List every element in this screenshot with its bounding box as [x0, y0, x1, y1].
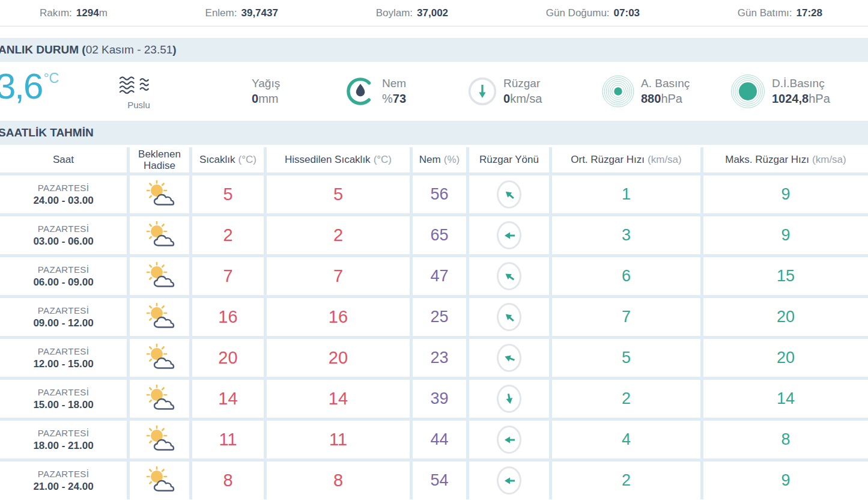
- wind-direction-ring: [497, 262, 521, 290]
- altitude-unit: m: [99, 7, 108, 19]
- max-wind-cell: 20: [703, 339, 868, 377]
- expected-condition-cell: [130, 339, 189, 377]
- longitude-value: 37,002: [417, 7, 448, 19]
- sunset-label: Gün Batımı:: [738, 7, 792, 19]
- expected-condition-cell: [130, 298, 189, 336]
- precipitation-metric: Yağış 0mm: [252, 62, 280, 121]
- wind-direction-cell: [469, 462, 549, 499]
- humidity-cell: 23: [413, 339, 466, 377]
- row-time: 09.00 - 12.00: [33, 317, 93, 329]
- feels-like-cell: 5: [267, 175, 410, 213]
- wind-direction-arrow: [503, 433, 516, 447]
- sun-cloud-icon: [144, 262, 175, 291]
- current-temperature: 3,6°C: [0, 69, 59, 105]
- longitude-label: Boylam:: [376, 7, 413, 19]
- feels-like-cell: 2: [267, 216, 410, 254]
- wind-direction-ring: [497, 221, 521, 249]
- forecast-time-cell: PAZARTESİ 21.00 - 24.00: [0, 462, 127, 499]
- humidity-cell: 47: [413, 257, 466, 295]
- wind-metric: Rüzgar 0km/sa: [468, 62, 542, 121]
- forecast-time-cell: PAZARTESİ 09.00 - 12.00: [0, 298, 127, 336]
- sea-pressure-rings-icon: [730, 74, 765, 109]
- sunrise-info: Gün Doğumu:07:03: [546, 7, 640, 19]
- station-info-bar: Rakım:1294m Enlem:39,7437 Boylam:37,002 …: [0, 0, 868, 26]
- expected-condition-cell: [130, 380, 189, 418]
- row-time: 21.00 - 24.00: [33, 481, 93, 493]
- row-day: PAZARTESİ: [38, 224, 90, 234]
- feels-like-cell: 14: [267, 380, 410, 418]
- sun-cloud-icon: [144, 385, 175, 413]
- expected-condition-cell: [130, 216, 189, 254]
- max-wind-cell: 8: [703, 421, 868, 459]
- temperature-unit: °C: [43, 70, 59, 86]
- row-day: PAZARTESİ: [38, 346, 90, 356]
- column-header-wind-direction: Rüzgar Yönü: [469, 147, 549, 172]
- latitude-value: 39,7437: [241, 7, 278, 19]
- sun-cloud-icon: [144, 303, 175, 332]
- feels-like-cell: 7: [267, 257, 410, 295]
- max-wind-cell: 14: [703, 380, 868, 418]
- actual-pressure-metric: A. Basınç 880hPa: [602, 62, 690, 121]
- humidity-metric: Nem %73: [345, 62, 406, 121]
- wind-direction-cell: [469, 257, 549, 295]
- expected-condition-cell: [130, 175, 189, 213]
- max-wind-cell: 15: [703, 257, 868, 295]
- avg-wind-cell: 4: [552, 421, 700, 459]
- forecast-time-cell: PAZARTESİ 24.00 - 03.00: [0, 175, 127, 213]
- wind-direction-cell: [469, 380, 549, 418]
- actual-pressure-value: 880hPa: [641, 91, 690, 107]
- temperature-cell: 14: [192, 380, 264, 418]
- row-day: PAZARTESİ: [38, 428, 90, 438]
- longitude-info: Boylam:37,002: [376, 7, 448, 19]
- feels-like-cell: 20: [267, 339, 410, 377]
- expected-condition-cell: [130, 257, 189, 295]
- sunset-value: 17:28: [796, 7, 822, 19]
- avg-wind-cell: 6: [552, 257, 700, 295]
- altitude-label: Rakım:: [40, 7, 72, 19]
- current-condition-group: Puslu: [118, 74, 159, 110]
- sun-cloud-icon: [144, 180, 175, 209]
- sunset-info: Gün Batımı:17:28: [738, 7, 822, 19]
- row-day: PAZARTESİ: [38, 469, 90, 479]
- row-day: PAZARTESİ: [38, 387, 90, 397]
- expected-condition-cell: [130, 462, 189, 499]
- row-time: 06.00 - 09.00: [33, 276, 93, 288]
- wind-direction-arrow: [503, 474, 516, 487]
- wind-direction-ring: [497, 303, 521, 331]
- wind-direction-ring: [497, 180, 521, 209]
- forecast-time-cell: PAZARTESİ 03.00 - 06.00: [0, 216, 127, 254]
- wind-direction-arrow: [500, 185, 518, 204]
- max-wind-cell: 9: [703, 216, 868, 254]
- feels-like-cell: 16: [267, 298, 410, 336]
- wind-direction-cell: [469, 298, 549, 336]
- sea-level-pressure-value: 1024,8hPa: [772, 91, 830, 107]
- wind-direction-arrow: [500, 308, 518, 326]
- avg-wind-cell: 2: [552, 462, 700, 499]
- hourly-forecast-header: SAATLİK TAHMİN: [0, 121, 868, 145]
- latitude-label: Enlem:: [205, 7, 237, 19]
- actual-pressure-label: A. Basınç: [641, 76, 690, 91]
- avg-wind-cell: 2: [552, 380, 700, 418]
- row-day: PAZARTESİ: [38, 183, 90, 193]
- row-time: 12.00 - 15.00: [33, 358, 93, 370]
- precipitation-label: Yağış: [252, 76, 280, 91]
- wind-direction-ring: [497, 385, 521, 413]
- altitude-value: 1294: [76, 7, 99, 19]
- row-time: 15.00 - 18.00: [33, 399, 93, 411]
- row-day: PAZARTESİ: [38, 264, 90, 275]
- wind-direction-arrow: [502, 391, 517, 406]
- humidity-droplet-icon: [345, 76, 375, 106]
- wind-direction-ring: [497, 466, 521, 495]
- max-wind-cell: 20: [703, 298, 868, 336]
- temperature-cell: 8: [192, 462, 264, 499]
- temperature-cell: 5: [192, 175, 264, 213]
- wind-direction-cell: [469, 216, 549, 254]
- current-conditions-panel: 3,6°C Puslu Yağış 0mm: [0, 62, 868, 121]
- sunrise-value: 07:03: [614, 7, 640, 19]
- current-conditions-header: ANLIK DURUM (02 Kasım - 23.51): [0, 38, 868, 62]
- sun-cloud-icon: [144, 344, 175, 373]
- wind-direction-cell: [469, 421, 549, 459]
- forecast-time-cell: PAZARTESİ 12.00 - 15.00: [0, 339, 127, 377]
- max-wind-cell: 9: [703, 175, 868, 213]
- humidity-value: %73: [382, 91, 406, 107]
